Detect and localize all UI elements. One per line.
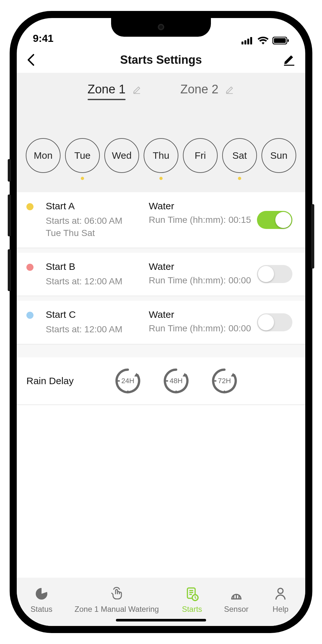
day-label: Wed	[112, 150, 131, 161]
start-row-b[interactable]: Start B Starts at: 12:00 AM Water Run Ti…	[17, 253, 305, 297]
start-row-a[interactable]: Start A Starts at: 06:00 AM Tue Thu Sat …	[17, 192, 305, 248]
start-time: Starts at: 12:00 AM	[46, 323, 146, 336]
svg-rect-7	[284, 65, 294, 66]
day-selector: MonTueWedThuFriSatSun	[17, 99, 305, 192]
day-thu[interactable]: Thu	[144, 138, 178, 173]
rain-delay-label: 48H	[170, 377, 183, 385]
zone-tab-label: Zone 2	[180, 82, 218, 96]
status-icon	[34, 586, 49, 601]
status-time: 9:41	[33, 33, 53, 44]
pencil-icon[interactable]	[225, 85, 234, 94]
back-button[interactable]	[26, 53, 35, 66]
day-tue[interactable]: Tue	[65, 138, 100, 173]
rain-delay-72h[interactable]: 72H	[210, 366, 239, 395]
rain-delay-row: Rain Delay24H48H72H	[17, 357, 305, 405]
starts-list: Start A Starts at: 06:00 AM Tue Thu Sat …	[17, 192, 305, 405]
start-color-dot	[26, 203, 33, 210]
day-mon[interactable]: Mon	[26, 138, 61, 173]
start-time: Starts at: 12:00 AM	[46, 275, 146, 288]
start-toggle[interactable]	[257, 265, 292, 283]
start-mode: Water	[149, 261, 254, 272]
day-label: Tue	[74, 150, 91, 161]
zone-tab-1[interactable]: Zone 1	[88, 82, 142, 96]
tab-label: Help	[273, 605, 289, 614]
start-row-c[interactable]: Start C Starts at: 12:00 AM Water Run Ti…	[17, 301, 305, 345]
day-sun[interactable]: Sun	[261, 138, 296, 173]
start-name: Start A	[46, 201, 146, 212]
edit-button[interactable]	[283, 54, 296, 66]
tab-label: Status	[31, 605, 52, 614]
day-label: Sun	[270, 150, 287, 161]
tap-icon	[109, 586, 125, 601]
rain-delay-label: 24H	[121, 377, 134, 385]
wifi-icon	[258, 37, 269, 44]
zone-tab-2[interactable]: Zone 2	[180, 82, 234, 96]
day-scheduled-dot	[81, 177, 84, 180]
start-runtime: Run Time (hh:mm): 00:00	[149, 323, 254, 334]
start-color-dot	[26, 264, 33, 271]
day-label: Thu	[153, 150, 169, 161]
tab-zone-1-manual-watering[interactable]: Zone 1 Manual Watering	[64, 586, 170, 614]
start-name: Start B	[46, 261, 146, 272]
svg-rect-1	[244, 40, 246, 44]
day-label: Mon	[34, 150, 52, 161]
day-label: Sat	[232, 150, 247, 161]
start-name: Start C	[46, 309, 146, 320]
zone-section: Zone 1Zone 2 MonTueWedThuFriSatSun	[17, 73, 305, 192]
rain-delay-24h[interactable]: 24H	[113, 366, 142, 395]
nav-header: Starts Settings	[17, 47, 305, 73]
tab-status[interactable]: Status	[19, 586, 64, 614]
tab-label: Sensor	[224, 605, 249, 614]
day-label: Fri	[195, 150, 206, 161]
pencil-icon[interactable]	[133, 85, 142, 94]
day-sat[interactable]: Sat	[222, 138, 257, 173]
cellular-icon	[242, 37, 254, 44]
zone-tab-label: Zone 1	[88, 82, 126, 96]
start-mode: Water	[149, 201, 254, 212]
svg-rect-2	[247, 39, 249, 44]
start-mode: Water	[149, 309, 254, 320]
sensor-icon	[229, 586, 244, 601]
start-time: Starts at: 06:00 AM	[46, 215, 146, 227]
home-indicator	[116, 619, 206, 621]
svg-rect-0	[242, 42, 243, 44]
start-runtime: Run Time (hh:mm): 00:15	[149, 215, 254, 225]
day-fri[interactable]: Fri	[183, 138, 218, 173]
rain-delay-label: 72H	[218, 377, 231, 385]
tab-sensor[interactable]: Sensor	[214, 586, 259, 614]
day-scheduled-dot	[238, 177, 241, 180]
rain-delay-48h[interactable]: 48H	[162, 366, 191, 395]
start-toggle[interactable]	[257, 211, 292, 229]
page-title: Starts Settings	[17, 53, 305, 67]
day-scheduled-dot	[159, 177, 163, 180]
svg-point-27	[278, 588, 283, 593]
tab-starts[interactable]: Starts	[170, 586, 214, 614]
rain-delay-title: Rain Delay	[26, 375, 100, 386]
battery-icon	[272, 37, 289, 44]
schedule-icon	[184, 586, 200, 601]
svg-rect-3	[250, 37, 252, 44]
day-wed[interactable]: Wed	[104, 138, 139, 173]
start-runtime: Run Time (hh:mm): 00:00	[149, 275, 254, 286]
svg-rect-6	[288, 39, 289, 42]
tab-help[interactable]: Help	[259, 586, 303, 614]
start-toggle[interactable]	[257, 313, 292, 331]
svg-rect-5	[274, 38, 286, 43]
start-days: Tue Thu Sat	[46, 227, 146, 239]
start-color-dot	[26, 312, 33, 319]
person-icon	[273, 586, 288, 601]
tab-label: Zone 1 Manual Watering	[75, 605, 159, 614]
tab-label: Starts	[182, 605, 202, 614]
